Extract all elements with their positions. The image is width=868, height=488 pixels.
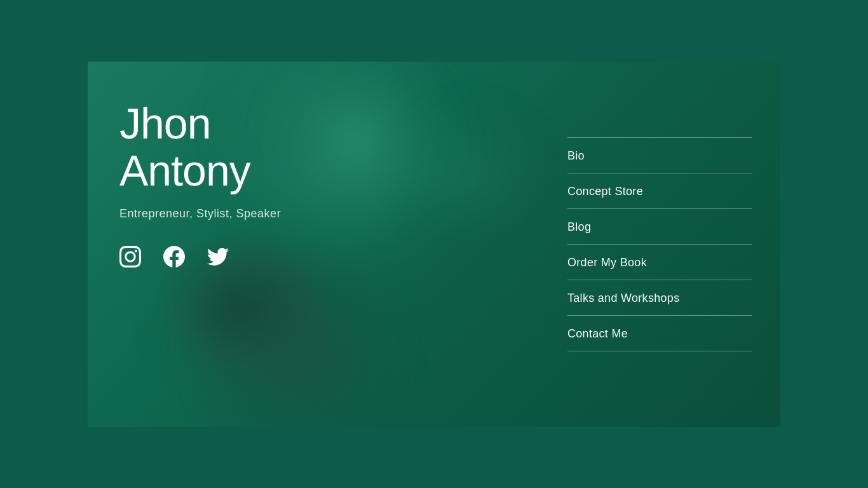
nav-label-bio: Bio: [567, 149, 585, 162]
nav-label-contact-me: Contact Me: [567, 327, 628, 340]
left-panel: Jhon Antony Entrepreneur, Stylist, Speak…: [88, 62, 539, 427]
name-block: Jhon Antony: [119, 100, 507, 195]
profile-card: Jhon Antony Entrepreneur, Stylist, Speak…: [88, 62, 780, 427]
nav-item-talks-and-workshops[interactable]: Talks and Workshops: [567, 280, 752, 316]
social-icons-group: [119, 246, 507, 268]
nav-item-blog[interactable]: Blog: [567, 209, 752, 245]
nav-item-contact-me[interactable]: Contact Me: [567, 316, 752, 351]
nav-label-blog: Blog: [567, 220, 591, 233]
right-panel: Bio Concept Store Blog Order My Book Tal…: [539, 62, 780, 427]
facebook-icon[interactable]: [163, 246, 185, 268]
nav-label-concept-store: Concept Store: [567, 185, 643, 198]
nav-item-bio[interactable]: Bio: [567, 137, 752, 173]
tagline: Entrepreneur, Stylist, Speaker: [119, 207, 507, 220]
nav-label-talks-and-workshops: Talks and Workshops: [567, 292, 679, 304]
nav-label-order-my-book: Order My Book: [567, 256, 647, 269]
nav-item-concept-store[interactable]: Concept Store: [567, 173, 752, 209]
twitter-icon[interactable]: [207, 246, 229, 268]
instagram-icon[interactable]: [119, 246, 141, 268]
last-name: Antony: [119, 147, 507, 194]
nav-item-order-my-book[interactable]: Order My Book: [567, 245, 752, 280]
first-name: Jhon: [119, 100, 507, 147]
